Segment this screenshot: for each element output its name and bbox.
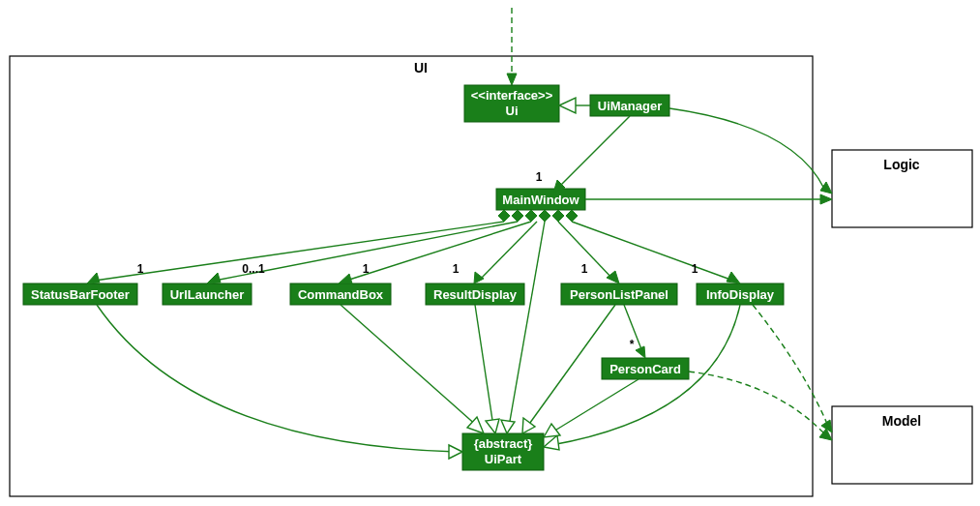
class-statusbarfooter-name: StatusBarFooter xyxy=(31,287,130,302)
package-logic-label: Logic xyxy=(883,157,920,172)
edge-sbf-uipart xyxy=(97,305,457,452)
class-uipart-name: UiPart xyxy=(485,452,522,466)
multiplicity-label: 0...1 xyxy=(242,262,265,276)
triangle-icon xyxy=(501,420,515,433)
class-uipart-stereotype: {abstract} xyxy=(474,436,533,451)
class-personlistpanel-name: PersonListPanel xyxy=(570,287,668,302)
multiplicity-label: * xyxy=(630,338,635,351)
arrowhead-icon xyxy=(607,271,619,283)
class-commandbox-name: CommandBox xyxy=(298,287,384,302)
arrowhead-icon xyxy=(507,74,517,85)
edge-rd-uipart xyxy=(475,305,493,427)
class-uimanager-name: UiManager xyxy=(598,99,662,113)
diamond-icon xyxy=(566,210,578,222)
edge-mw-infodisplay xyxy=(572,222,733,281)
multiplicity-label: 1 xyxy=(692,262,698,276)
triangle-icon xyxy=(522,418,535,433)
multiplicity-label: 1 xyxy=(363,262,370,276)
diamond-icon xyxy=(512,210,523,222)
edge-uimanager-to-mainwindow xyxy=(559,116,630,187)
arrowhead-icon xyxy=(87,273,100,283)
class-personcard-name: PersonCard xyxy=(609,362,681,376)
edge-mw-statusbarfooter xyxy=(95,222,504,281)
arrowhead-icon xyxy=(207,273,221,283)
arrowhead-icon xyxy=(474,272,484,283)
package-model-label: Model xyxy=(882,413,921,429)
diamond-icon xyxy=(552,210,564,222)
uml-diagram: UI Logic Model <<interface>> Ui UiManage… xyxy=(0,0,980,506)
triangle-icon xyxy=(486,419,499,433)
class-urllauncher-name: UrlLauncher xyxy=(170,287,245,302)
triangle-icon xyxy=(449,445,462,459)
multiplicity-label: 1 xyxy=(453,262,460,276)
class-resultdisplay-name: ResultDisplay xyxy=(433,287,518,302)
class-mainwindow-name: MainWindow xyxy=(502,193,579,207)
class-infodisplay-name: InfoDisplay xyxy=(706,287,775,302)
arrowhead-icon xyxy=(636,346,645,358)
class-ui-name: Ui xyxy=(506,104,519,118)
edge-pc-uipart xyxy=(553,379,638,432)
edge-cb-uipart xyxy=(341,305,478,427)
package-ui-label: UI xyxy=(414,60,428,75)
edge-mw-uipart xyxy=(509,222,545,427)
arrowhead-icon xyxy=(727,272,740,283)
diamond-icon xyxy=(525,210,537,222)
multiplicity-label: 1 xyxy=(137,262,144,276)
edge-personcard-to-model xyxy=(689,372,824,433)
edge-mw-resultdisplay xyxy=(479,222,537,281)
arrowhead-icon xyxy=(339,274,352,283)
arrowhead-icon xyxy=(820,194,832,204)
multiplicity-label: 1 xyxy=(581,262,588,276)
multiplicity-label: 1 xyxy=(536,170,543,184)
package-ui xyxy=(10,56,813,496)
diamond-icon xyxy=(539,210,550,222)
class-ui-stereotype: <<interface>> xyxy=(471,88,553,103)
triangle-icon xyxy=(559,98,576,113)
diamond-icon xyxy=(498,210,510,222)
triangle-icon xyxy=(544,424,560,437)
edge-uimanager-to-logic xyxy=(669,108,824,189)
